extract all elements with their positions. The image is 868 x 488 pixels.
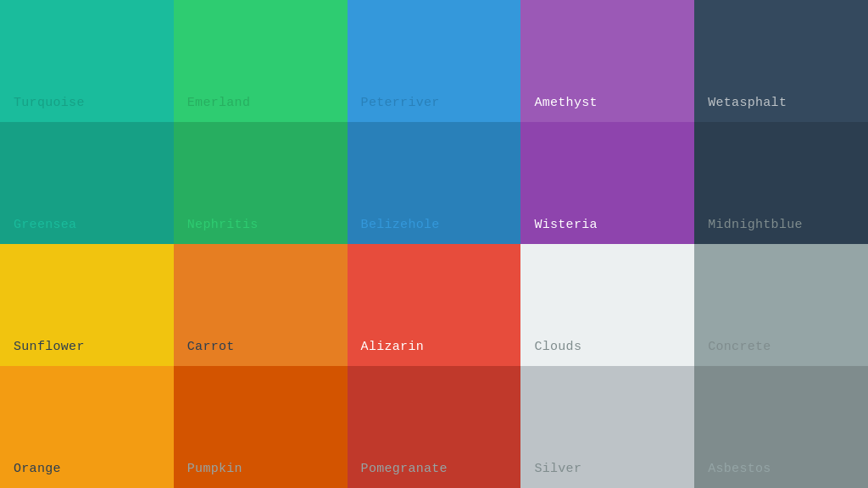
color-cell-wisteria[interactable]: Wisteria (520, 122, 694, 244)
color-label: Emerland (187, 96, 250, 110)
color-cell-clouds[interactable]: Clouds (520, 244, 694, 366)
color-cell-silver[interactable]: Silver (520, 366, 694, 488)
color-label: Greensea (14, 218, 76, 232)
color-cell-orange[interactable]: Orange (0, 366, 174, 488)
color-cell-nephritis[interactable]: Nephritis (174, 122, 348, 244)
color-label: Midnightblue (708, 218, 803, 232)
color-cell-pumpkin[interactable]: Pumpkin (174, 366, 348, 488)
color-label: Carrot (187, 340, 235, 354)
color-label: Alizarin (361, 340, 424, 354)
color-label: Sunflower (14, 340, 85, 354)
color-label: Concrete (708, 340, 771, 354)
color-label: Nephritis (187, 218, 259, 232)
color-label: Silver (534, 462, 581, 476)
color-label: Amethyst (534, 96, 597, 110)
color-label: Belizehole (361, 218, 440, 232)
color-cell-peterriver[interactable]: Peterriver (348, 0, 521, 122)
color-label: Asbestos (708, 462, 771, 476)
color-cell-asbestos[interactable]: Asbestos (694, 366, 868, 488)
color-label: Turquoise (14, 96, 85, 110)
color-cell-alizarin[interactable]: Alizarin (348, 244, 521, 366)
color-label: Pumpkin (187, 462, 242, 476)
color-label: Wisteria (534, 218, 597, 232)
color-cell-emerland[interactable]: Emerland (174, 0, 348, 122)
color-label: Wetasphalt (708, 96, 787, 110)
color-grid: TurquoiseEmerlandPeterriverAmethystWetas… (0, 0, 868, 488)
color-cell-concrete[interactable]: Concrete (694, 244, 868, 366)
color-label: Clouds (534, 340, 581, 354)
color-cell-midnightblue[interactable]: Midnightblue (694, 122, 868, 244)
color-cell-sunflower[interactable]: Sunflower (0, 244, 174, 366)
color-cell-pomegranate[interactable]: Pomegranate (348, 366, 521, 488)
color-cell-greensea[interactable]: Greensea (0, 122, 174, 244)
color-cell-belizehole[interactable]: Belizehole (348, 122, 521, 244)
color-cell-wetasphalt[interactable]: Wetasphalt (694, 0, 868, 122)
color-label: Orange (14, 462, 61, 476)
color-cell-turquoise[interactable]: Turquoise (0, 0, 174, 122)
color-cell-carrot[interactable]: Carrot (174, 244, 348, 366)
color-cell-amethyst[interactable]: Amethyst (520, 0, 694, 122)
color-label: Peterriver (361, 96, 440, 110)
color-label: Pomegranate (361, 462, 448, 476)
